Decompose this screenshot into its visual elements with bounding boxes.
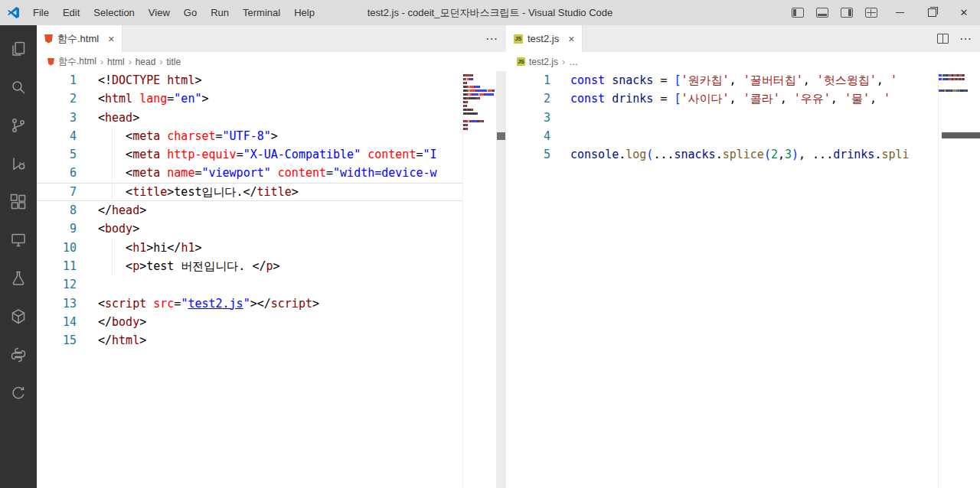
close-button[interactable]: ✕ xyxy=(948,0,980,25)
code-line-content[interactable] xyxy=(550,127,938,145)
minimap-line xyxy=(463,97,496,99)
tab-test2-js[interactable]: JS test2.js × xyxy=(506,25,583,52)
menu-go[interactable]: Go xyxy=(177,0,204,25)
minimap-line xyxy=(939,89,968,92)
code-line-content[interactable]: <meta http-equiv="X-UA-Compatible" conte… xyxy=(77,145,462,164)
breadcrumb-item[interactable]: 함수.html xyxy=(58,55,96,68)
minimap-line xyxy=(463,105,496,107)
menu-bar: FileEditSelectionViewGoRunTerminalHelp xyxy=(26,0,322,25)
code-area[interactable]: 1<!DOCTYPE html>2<html lang="en">3<head>… xyxy=(37,71,462,488)
js-file-icon: JS xyxy=(517,57,525,66)
toggle-panel-icon[interactable] xyxy=(816,8,828,18)
source-control-icon[interactable] xyxy=(0,106,37,145)
editor-group-right: JS test2.js × ⋯ JS test2.js›… 1const sna… xyxy=(506,25,980,488)
code-line-content[interactable]: const drinks = ['사이다', '콜라', '우유', '물', … xyxy=(550,89,938,108)
minimap[interactable] xyxy=(462,71,496,488)
tab-hamsu-html[interactable]: 함수.html × xyxy=(37,25,122,52)
extensions-icon[interactable] xyxy=(0,183,37,221)
editor-group-left: 함수.html × ⋯ 함수.html›html›head›title 1<!D… xyxy=(37,25,506,488)
code-line-content[interactable]: <title>test입니다.</title> xyxy=(77,183,462,201)
code-line: 10 <h1>hi</h1> xyxy=(37,239,462,257)
code-line-content[interactable]: console.log(...snacks.splice(2,3), ...dr… xyxy=(550,145,938,164)
code-line: 4 xyxy=(506,127,938,145)
code-line-content[interactable]: </html> xyxy=(77,331,462,350)
menu-selection[interactable]: Selection xyxy=(87,0,141,25)
minimize-button[interactable] xyxy=(884,0,916,25)
code-line-content[interactable]: <p>test 버전입니다. </p> xyxy=(77,257,462,275)
line-number: 11 xyxy=(37,257,77,275)
scrollbar-thumb[interactable] xyxy=(497,132,505,140)
line-number: 9 xyxy=(37,220,77,238)
code-line-content[interactable]: <meta charset="UTF-8"> xyxy=(77,127,462,145)
code-line-content[interactable]: <meta name="viewport" content="width=dev… xyxy=(77,164,462,182)
code-line-content[interactable]: <html lang="en"> xyxy=(77,89,462,108)
editor-left: 1<!DOCTYPE html>2<html lang="en">3<head>… xyxy=(37,71,506,488)
remote-explorer-icon[interactable] xyxy=(0,221,37,259)
code-line-content[interactable]: <body> xyxy=(77,220,462,238)
minimap-line xyxy=(463,112,496,115)
minimap-line xyxy=(939,74,968,76)
code-line-content[interactable]: </body> xyxy=(77,313,462,331)
close-tab-icon[interactable]: × xyxy=(108,34,114,44)
code-line: 6 <meta name="viewport" content="width=d… xyxy=(37,164,462,182)
minimap-line xyxy=(463,120,496,122)
menu-file[interactable]: File xyxy=(26,0,56,25)
breadcrumb-separator: › xyxy=(100,57,103,67)
more-actions-icon[interactable]: ⋯ xyxy=(482,31,501,46)
menu-run[interactable]: Run xyxy=(204,0,236,25)
code-line-content[interactable]: </head> xyxy=(77,201,462,220)
run-and-debug-icon[interactable] xyxy=(0,145,37,183)
menu-view[interactable]: View xyxy=(142,0,177,25)
breadcrumb-item[interactable]: test2.js xyxy=(529,57,558,67)
code-line-content[interactable]: <!DOCTYPE html> xyxy=(77,71,462,89)
code-line-content[interactable]: <h1>hi</h1> xyxy=(77,239,462,257)
line-number: 15 xyxy=(37,331,77,350)
tab-label: 함수.html xyxy=(57,32,99,46)
testing-icon[interactable] xyxy=(0,259,37,298)
toggle-secondary-sidebar-icon[interactable] xyxy=(841,8,853,18)
python-icon[interactable] xyxy=(0,336,37,374)
code-line-content[interactable]: <script src="test2.js"></script> xyxy=(77,294,462,313)
minimap-line xyxy=(939,82,968,84)
split-editor-icon[interactable] xyxy=(937,34,949,44)
search-icon[interactable] xyxy=(0,68,37,106)
scrollbar[interactable] xyxy=(496,71,506,488)
minimap-line xyxy=(463,124,496,126)
more-actions-icon[interactable]: ⋯ xyxy=(956,31,975,46)
scrollbar-thumb[interactable] xyxy=(942,132,980,138)
code-line: 7 <title>test입니다.</title> xyxy=(37,183,462,201)
minimap-line xyxy=(463,109,496,111)
docker-icon[interactable] xyxy=(0,298,37,336)
jupyter-icon[interactable] xyxy=(0,374,37,412)
toggle-primary-sidebar-icon[interactable] xyxy=(792,8,804,18)
window-title: test2.js - codeit_모던자바스크립트 - Visual Stud… xyxy=(368,6,613,20)
code-line: 3<head> xyxy=(37,109,462,127)
line-number: 5 xyxy=(506,145,550,164)
restore-button[interactable] xyxy=(916,0,948,25)
breadcrumb-item[interactable]: head xyxy=(136,57,156,67)
minimap-line xyxy=(939,78,968,80)
menu-terminal[interactable]: Terminal xyxy=(236,0,287,25)
code-line: 2<html lang="en"> xyxy=(37,89,462,108)
line-number: 2 xyxy=(506,89,550,108)
code-line-content[interactable]: <head> xyxy=(77,109,462,127)
minimap-line xyxy=(463,86,496,88)
code-area[interactable]: 1const snacks = ['원카칩', '꿀버터칩', '헛스윙칩', … xyxy=(506,71,938,488)
menu-help[interactable]: Help xyxy=(287,0,322,25)
close-tab-icon[interactable]: × xyxy=(568,34,574,44)
code-line: 3 xyxy=(506,109,938,127)
tab-bar-right: JS test2.js × ⋯ xyxy=(506,25,980,52)
minimap-line xyxy=(939,86,968,88)
explorer-icon[interactable] xyxy=(0,30,37,68)
code-line-content[interactable] xyxy=(77,275,462,294)
code-line-content[interactable] xyxy=(550,109,938,127)
customize-layout-icon[interactable] xyxy=(865,8,877,18)
indent-guide xyxy=(112,145,113,164)
line-number: 2 xyxy=(37,89,77,108)
breadcrumb-item[interactable]: … xyxy=(569,57,578,67)
menu-edit[interactable]: Edit xyxy=(56,0,87,25)
code-line-content[interactable]: const snacks = ['원카칩', '꿀버터칩', '헛스윙칩', ' xyxy=(550,71,938,89)
breadcrumb-item[interactable]: html xyxy=(107,57,125,67)
minimap-line xyxy=(463,116,496,119)
breadcrumb-item[interactable]: title xyxy=(166,57,181,67)
